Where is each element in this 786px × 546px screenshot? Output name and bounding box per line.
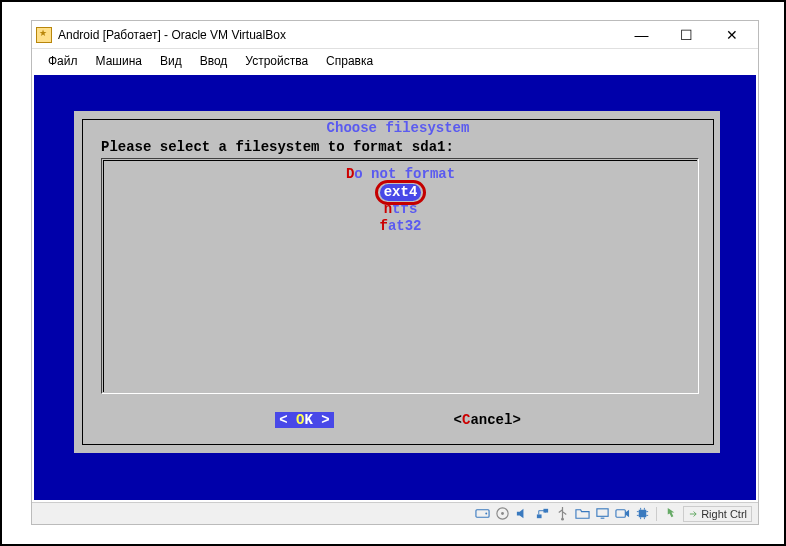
dialog-prompt: Please select a filesystem to format sda… bbox=[101, 139, 454, 155]
window-title: Android [Работает] - Oracle VM VirtualBo… bbox=[58, 28, 619, 42]
cpu-icon[interactable] bbox=[634, 506, 650, 522]
svg-rect-7 bbox=[597, 509, 608, 517]
host-key-indicator[interactable]: Right Ctrl bbox=[683, 506, 752, 522]
network-icon[interactable] bbox=[534, 506, 550, 522]
svg-rect-8 bbox=[616, 510, 625, 518]
ok-button[interactable]: < OK > bbox=[275, 412, 333, 428]
svg-point-6 bbox=[561, 518, 564, 521]
audio-icon[interactable] bbox=[514, 506, 530, 522]
menu-file[interactable]: Файл bbox=[40, 52, 86, 70]
menu-view[interactable]: Вид bbox=[152, 52, 190, 70]
application-window: Android [Работает] - Oracle VM VirtualBo… bbox=[31, 20, 759, 525]
record-icon[interactable] bbox=[614, 506, 630, 522]
minimize-button[interactable]: — bbox=[619, 22, 664, 48]
listbox-inner: Do not format ext4 ntfs fat32 bbox=[103, 160, 697, 392]
option-do-not-format[interactable]: Do not format bbox=[104, 166, 697, 183]
cancel-button[interactable]: <Cancel> bbox=[454, 412, 521, 428]
dialog-frame: Choose filesystem Please select a filesy… bbox=[82, 119, 714, 445]
hdd-icon[interactable] bbox=[474, 506, 490, 522]
menubar: Файл Машина Вид Ввод Устройства Справка bbox=[32, 49, 758, 73]
mouse-capture-icon[interactable] bbox=[663, 506, 679, 522]
filesystem-listbox: Do not format ext4 ntfs fat32 bbox=[101, 158, 699, 394]
separator bbox=[656, 507, 657, 521]
statusbar: Right Ctrl bbox=[32, 502, 758, 524]
close-button[interactable]: ✕ bbox=[709, 22, 754, 48]
menu-help[interactable]: Справка bbox=[318, 52, 381, 70]
titlebar[interactable]: Android [Работает] - Oracle VM VirtualBo… bbox=[32, 21, 758, 49]
option-ext4[interactable]: ext4 bbox=[104, 184, 697, 201]
selected-option-highlight: ext4 bbox=[380, 184, 422, 201]
keyboard-arrow-icon bbox=[688, 509, 698, 519]
shared-folder-icon[interactable] bbox=[574, 506, 590, 522]
menu-devices[interactable]: Устройства bbox=[237, 52, 316, 70]
app-icon bbox=[36, 27, 52, 43]
svg-point-3 bbox=[501, 512, 504, 515]
svg-rect-4 bbox=[537, 514, 542, 518]
svg-rect-9 bbox=[638, 510, 646, 518]
window-controls: — ☐ ✕ bbox=[619, 22, 754, 48]
option-ntfs[interactable]: ntfs bbox=[104, 201, 697, 218]
svg-point-1 bbox=[485, 513, 487, 515]
dialog-actions: < OK > <Cancel> bbox=[83, 412, 713, 428]
cd-icon[interactable] bbox=[494, 506, 510, 522]
menu-input[interactable]: Ввод bbox=[192, 52, 236, 70]
maximize-button[interactable]: ☐ bbox=[664, 22, 709, 48]
display-icon[interactable] bbox=[594, 506, 610, 522]
menu-machine[interactable]: Машина bbox=[88, 52, 150, 70]
option-fat32[interactable]: fat32 bbox=[104, 218, 697, 235]
vm-display[interactable]: Choose filesystem Please select a filesy… bbox=[34, 75, 756, 500]
dialog-title: Choose filesystem bbox=[319, 120, 478, 136]
usb-icon[interactable] bbox=[554, 506, 570, 522]
filesystem-dialog: Choose filesystem Please select a filesy… bbox=[74, 111, 720, 453]
